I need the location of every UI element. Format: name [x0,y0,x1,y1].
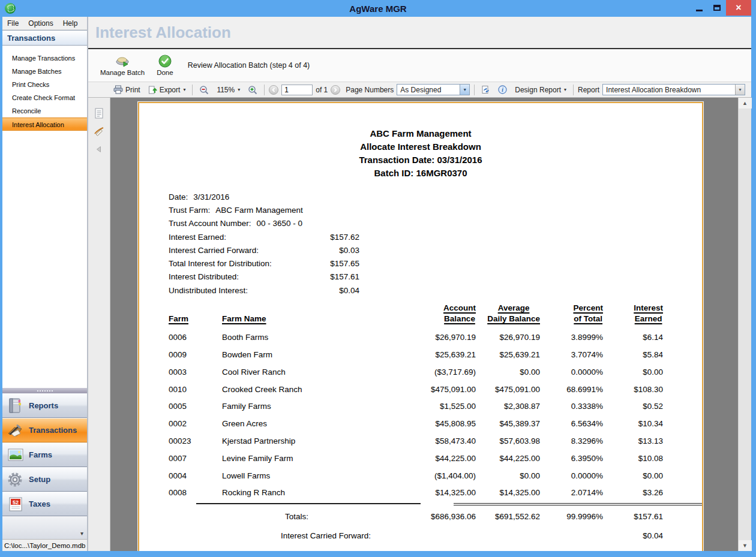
close-icon: × [736,2,741,13]
table-cell: $45,808.95 [396,419,476,428]
table-row: 00023Kjerstad Partnership$58,473.40$57,6… [169,432,702,450]
scroll-up-icon[interactable]: ▲ [739,98,752,109]
sidebar-item-manage-batches[interactable]: Manage Batches [2,65,87,78]
close-button[interactable]: × [726,0,751,16]
table-cell: 3.7074% [540,350,603,359]
table-cell: 8.3296% [540,436,603,445]
table-cell: $44,225.00 [396,454,476,463]
chevron-down-icon: ▾ [564,87,566,92]
nav-button-farms[interactable]: Farms [2,442,87,467]
sidebar-item-reconcile[interactable]: Reconcile [2,104,87,118]
zoom-out-button[interactable] [197,84,211,96]
table-cell: 0003 [169,368,222,377]
table-cell: Rocking R Ranch [222,488,396,497]
detail-value: ABC Farm Management [215,206,303,215]
collapse-panel-button[interactable] [93,143,105,155]
maximize-button[interactable] [708,0,726,16]
carried-forward-label: Interest Carried Forward: [222,531,396,540]
nav-button-reports[interactable]: Reports [2,393,87,418]
detail-label: Interest Distributed: [169,272,239,281]
sidebar-splitter[interactable] [2,388,87,393]
table-cell: 68.6991% [540,385,603,394]
report-select[interactable]: Interest Allocation Breakdown ▾ [602,84,745,95]
nav-button-transactions[interactable]: Transactions [2,418,87,442]
done-button[interactable]: Done [151,52,179,79]
totals-value: $686,936.06 [396,512,476,521]
table-cell: Crooked Creek Ranch [222,385,396,394]
sidebar-item-create-check-format[interactable]: Create Check Format [2,91,87,104]
detail-label: Trust Account Number: [169,219,251,228]
print-button[interactable]: Print [111,84,143,95]
page-header: Interest Allocation [88,17,751,49]
annotate-button[interactable] [93,125,105,137]
zoom-in-icon [248,85,257,95]
table-cell: 0002 [169,419,222,428]
export-button[interactable]: Export▾ [146,84,188,95]
nav-overflow[interactable]: ▾ [2,516,87,539]
sidebar-item-list: Manage TransactionsManage BatchesPrint C… [2,46,87,131]
page-numbers-select[interactable]: As Designed ▾ [397,84,470,95]
column-header: Percent of Total [540,303,603,324]
table-row: 0002Green Acres$45,808.95$45,389.376.563… [169,415,702,432]
table-cell: Bowden Farm [222,350,396,359]
report-info-button[interactable]: i [496,84,509,95]
table-cell: $10.08 [603,454,663,463]
table-cell: $25,639.21 [396,350,476,359]
totals-rule-left [196,503,421,505]
page-number-input[interactable] [281,85,313,95]
nav-button-taxes[interactable]: 52 Taxes [2,492,87,516]
chevron-down-icon: ▾ [80,530,83,537]
detail-value: $157.61 [330,272,359,281]
detail-label: Date: [169,192,188,201]
design-report-button[interactable]: Design Report▾ [512,85,569,95]
titlebar: AgWare MGR × [0,0,756,17]
report-page: ABC Farm ManagementAllocate Interest Bre… [138,102,703,551]
zoom-in-button[interactable] [245,84,260,96]
menu-options[interactable]: Options [23,18,58,29]
previous-page-button[interactable] [269,85,278,95]
table-cell: Family Farms [222,402,396,411]
menu-file[interactable]: File [2,18,23,29]
report-table: FarmFarm NameAccount BalanceAverage Dail… [169,303,702,544]
refresh-report-button[interactable] [479,84,493,95]
sidebar-item-interest-allocation[interactable]: Interest Allocation [2,118,87,131]
minimize-button[interactable] [690,0,708,16]
page-numbers-label: Page Numbers [346,86,394,94]
vertical-scrollbar[interactable]: ▲ ▼ [738,98,751,551]
scroll-down-icon[interactable]: ▼ [739,540,752,551]
totals-value: 99.9996% [540,512,603,521]
table-cell: $44,225.00 [476,454,540,463]
detail-row: Interest Earned:$157.62 [169,230,359,243]
zoom-level-button[interactable]: 115%▾ [214,85,242,95]
detail-label: Interest Carried Forward: [169,246,259,255]
table-cell: Cool River Ranch [222,368,396,377]
chevron-down-icon: ▾ [183,87,185,92]
chevron-down-icon: ▾ [238,87,240,92]
detail-value: 00 - 3650 - 0 [257,219,303,228]
table-cell: ($3,717.69) [396,368,476,377]
thumbnails-button[interactable] [93,107,105,119]
column-header: Interest Earned [603,303,663,324]
detail-row: Interest Distributed:$157.61 [169,270,359,284]
table-cell: $0.00 [476,368,540,377]
table-cell: 0004 [169,471,222,480]
triangle-left-icon [95,145,103,153]
detail-label: Total Interest for Distribution: [169,259,272,268]
sidebar-item-print-checks[interactable]: Print Checks [2,78,87,91]
table-cell: 0008 [169,488,222,497]
carried-forward-row: Interest Carried Forward:$0.04 [169,527,702,544]
next-page-button[interactable] [331,85,340,95]
sidebar-item-manage-transactions[interactable]: Manage Transactions [2,52,87,65]
menu-help[interactable]: Help [58,18,83,29]
minimize-icon [696,10,703,11]
table-cell: 0.3338% [540,402,603,411]
table-cell: $475,091.00 [476,385,540,394]
report-title-line: ABC Farm Management [139,127,702,140]
pen-paper-icon [6,421,25,439]
nav-button-setup[interactable]: Setup [2,467,87,492]
table-cell: $6.14 [603,333,663,342]
report-title-line: Batch ID: 16MGR0370 [139,167,702,180]
manage-batch-button[interactable]: Manage Batch [94,52,151,79]
table-cell: $14,325.00 [476,488,540,497]
table-cell: 0006 [169,333,222,342]
